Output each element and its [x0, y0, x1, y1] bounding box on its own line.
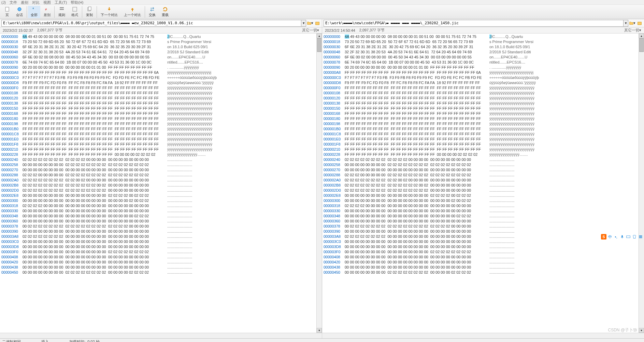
- hex-bytes: 00 00 00 00 00 00 00 00 00 00 00 00 00 0…: [345, 249, 489, 255]
- ime-toolbar[interactable]: S 中 •,: [601, 234, 643, 240]
- hex-ascii: on.......EP4CE40.......U: [167, 55, 205, 60]
- menu-item[interactable]: (J): [1, 0, 6, 4]
- page-button[interactable]: 页: [2, 6, 13, 18]
- left-path-dropdown[interactable]: ▾: [301, 20, 306, 27]
- next-diff-button[interactable]: 下一个对比: [98, 6, 120, 18]
- hex-offset: 00000360: [324, 219, 345, 224]
- status-load: 加载时间: 0.02 秒: [69, 339, 100, 342]
- hex-row: 000000C0F7 F7 F7 F7 F7 F7 F3 FB F3 F9 FB…: [1, 75, 315, 80]
- left-scrollbar[interactable]: ▲ ▼: [316, 33, 322, 333]
- hex-row: 000000F0FF FF FF FF FF FF FF FF FF FF FF…: [324, 85, 637, 91]
- all-button[interactable]: *全部: [28, 6, 40, 18]
- right-path-dropdown[interactable]: ▾: [624, 20, 628, 27]
- hex-bytes: 00 00 00 00 00 00 00 00 00 00 00 00 00 0…: [345, 167, 489, 173]
- hex-bytes: FF FF FF FF FF FF FF FF FF FF FF FF FF F…: [23, 152, 167, 157]
- hex-bytes: 00 00 00 00 00 00 00 00 00 00 00 00 00 0…: [23, 219, 167, 224]
- folder-open-icon[interactable]: ▾: [629, 20, 635, 26]
- left-hscroll[interactable]: [0, 333, 322, 338]
- menu-item[interactable]: 差别: [21, 0, 28, 4]
- svg-rect-12: [627, 236, 630, 238]
- hex-offset: 00000438: [324, 265, 345, 270]
- hex-offset: 00000138: [1, 101, 23, 106]
- browse-icon[interactable]: [314, 20, 320, 26]
- right-other-dropdown[interactable]: 其它一切 ▾: [624, 28, 641, 33]
- sogou-icon[interactable]: S: [601, 234, 606, 240]
- swap-button[interactable]: 交换: [146, 6, 158, 18]
- hex-offset: 000002B8: [324, 183, 345, 188]
- ime-punct-icon[interactable]: •,: [613, 234, 619, 240]
- ime-keyboard-icon[interactable]: [626, 234, 631, 240]
- hex-ascii: ntitled.......EPCS16....: [489, 60, 525, 65]
- hex-ascii: ÿÿÿÿÿÿÿÿÿÿÿÿÿÿÿÿÿÿÿÿÿÿÿj: [489, 70, 533, 75]
- ime-menu-icon[interactable]: [638, 234, 643, 240]
- hex-row: 000000606F 6E 00 02 00 08 00 00 00 45 50…: [1, 55, 315, 60]
- svg-rect-8: [88, 7, 91, 10]
- hex-ascii: ........................: [167, 239, 192, 244]
- ime-mic-icon[interactable]: [619, 234, 625, 240]
- hex-offset: 00000090: [324, 65, 345, 70]
- hex-ascii: on 18.1.0 Build 625 09/1: [489, 44, 530, 50]
- diff-button[interactable]: ≠差别: [41, 6, 53, 18]
- scroll-thumb[interactable]: [317, 38, 321, 52]
- format-button[interactable]: 格式: [69, 6, 81, 18]
- hex-offset: 00000030: [324, 44, 345, 50]
- hex-ascii: ........................: [489, 208, 514, 214]
- right-path-input[interactable]: [324, 20, 624, 27]
- prev-diff-button[interactable]: 上一个对比: [121, 6, 144, 18]
- menu-item[interactable]: 视图: [43, 0, 51, 4]
- hex-offset: 000001F8: [324, 142, 345, 147]
- hex-bytes: 00 00 00 00 00 00 00 00 00 00 00 00 00 0…: [23, 208, 167, 214]
- right-hscroll[interactable]: [322, 333, 644, 338]
- toolbar: 页 会话 *全部 ≠差别 规则 格式 复制 下一个对比 上一个对比 交换 重载: [0, 5, 644, 19]
- hex-offset: 000000C0: [324, 75, 345, 80]
- hex-bytes: 00 00 00 00 00 00 00 00 00 00 00 00 00 0…: [23, 229, 167, 234]
- right-hex-area[interactable]: 000000004A 49 43 00 00 00 00 00 08 00 00…: [322, 33, 639, 333]
- scroll-thumb[interactable]: [639, 38, 644, 52]
- scroll-down-icon[interactable]: ▼: [639, 328, 644, 333]
- left-path-input[interactable]: [1, 20, 301, 27]
- copy-button[interactable]: 复制: [83, 6, 96, 18]
- hex-row: 00000150FF FF FF FF FF FF FF FF FF FF FF…: [1, 106, 315, 111]
- browse-icon[interactable]: [636, 20, 643, 26]
- reload-button[interactable]: 重载: [159, 6, 171, 18]
- left-hex-area[interactable]: 000000004A 49 43 00 00 00 00 00 08 00 00…: [0, 33, 316, 333]
- menu-item[interactable]: 帮助(H): [71, 0, 83, 4]
- scroll-down-icon[interactable]: ▼: [317, 328, 322, 333]
- right-scrollbar[interactable]: ▲ ▼: [639, 33, 644, 333]
- menu-bar[interactable]: (J) 文件 差别 对比 视图 工具(T) 帮助(H): [0, 0, 644, 5]
- hex-row: 0000034800 00 00 00 00 00 00 00 00 00 00…: [1, 214, 315, 219]
- rules-button[interactable]: 规则: [56, 6, 68, 18]
- ime-lang[interactable]: 中: [607, 234, 613, 240]
- session-button[interactable]: 会话: [13, 6, 26, 18]
- hex-ascii: ÿÿÿÿÿÿÿÿÿÿÿÿÿÿÿÿÿÿÿÿÿÿÿÿ: [167, 121, 212, 126]
- hex-row: 000001B0FF FF FF FF FF FF FF FF FF FF FF…: [324, 126, 637, 132]
- menu-item[interactable]: 对比: [32, 0, 40, 4]
- scroll-up-icon[interactable]: ▲: [639, 33, 644, 38]
- hex-bytes: F7 F7 F7 F7 F7 F7 F3 FB F3 F9 FB F8 F0 F…: [23, 75, 167, 80]
- hex-row: 0000031802 02 02 02 00 00 00 00 00 00 00…: [1, 203, 315, 208]
- left-info: 2023/2/2 15:02:37 2,097,377 字节 其它一切 ▾: [0, 27, 322, 33]
- hex-offset: 00000360: [1, 219, 23, 224]
- hex-offset: 00000240: [324, 157, 345, 162]
- hex-bytes: 00 00 00 00 00 00 00 00 00 00 00 00 00 0…: [23, 260, 167, 265]
- hex-row: 00000228FF FF FF FF FF FF FF FF FF FF FF…: [1, 152, 315, 157]
- hex-bytes: 02 02 02 02 02 02 02 02 02 02 02 02 02 0…: [345, 188, 489, 193]
- ime-skin-icon[interactable]: [632, 234, 637, 240]
- hex-row: 000002B802 02 02 02 02 02 02 02 02 02 02…: [1, 183, 315, 188]
- svg-rect-0: [5, 7, 9, 11]
- hex-row: 000002A002 02 02 02 02 02 02 02 02 02 00…: [324, 178, 637, 183]
- hex-row: 000003D800 00 00 00 00 00 00 00 00 00 00…: [324, 244, 637, 249]
- hex-row: 0000025800 00 00 00 00 00 00 00 02 02 02…: [1, 162, 315, 167]
- left-other-dropdown[interactable]: 其它一切 ▾: [302, 28, 319, 33]
- scroll-up-icon[interactable]: ▲: [317, 33, 322, 38]
- hex-bytes: 02 02 02 02 00 00 00 00 00 00 00 00 00 0…: [345, 203, 489, 208]
- menu-item[interactable]: 文件: [10, 0, 17, 4]
- menu-item[interactable]: 工具(T): [55, 0, 67, 4]
- hex-row: 0000043800 00 00 00 00 00 00 00 00 00 00…: [324, 265, 637, 270]
- hex-ascii: ÿÿÿÿÿÿÿÿÿÿÿÿÿÿÿÿÿÿÿÿÿÿÿÿ: [489, 101, 534, 106]
- folder-open-icon[interactable]: ▾: [307, 20, 313, 26]
- hex-bytes: 00 00 00 00 00 00 00 00 02 02 02 02 02 0…: [23, 162, 167, 167]
- hex-ascii: ........................: [489, 255, 514, 260]
- status-mode: 插入: [41, 339, 49, 342]
- hex-offset: 000003F0: [1, 249, 23, 255]
